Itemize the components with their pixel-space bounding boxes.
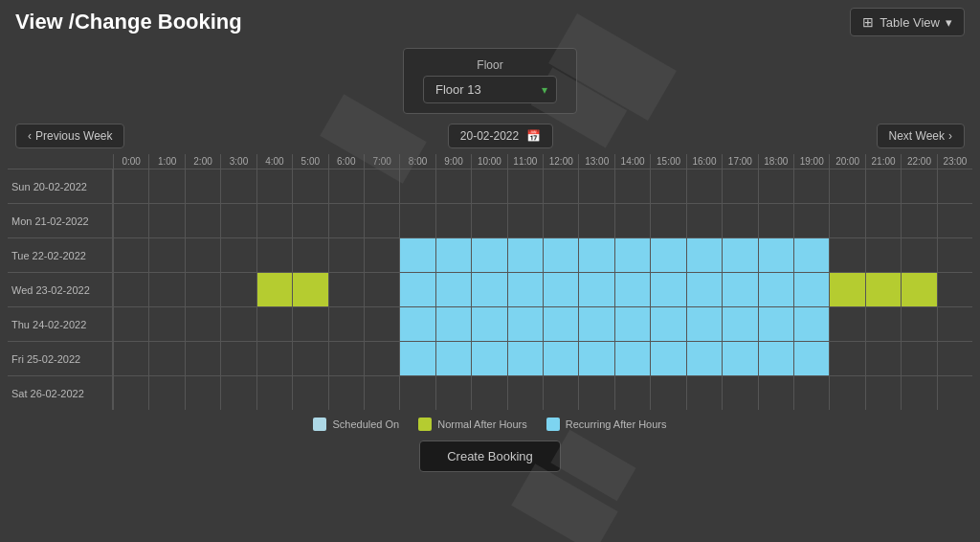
calendar-cell[interactable] <box>793 273 829 306</box>
calendar-cell[interactable] <box>722 273 757 306</box>
calendar-cell[interactable] <box>793 342 829 375</box>
calendar-cell[interactable] <box>722 238 757 272</box>
calendar-cell <box>758 376 793 410</box>
calendar-cell[interactable] <box>507 342 543 375</box>
calendar-cell <box>113 376 148 410</box>
legend: Scheduled On Normal After Hours Recurrin… <box>0 410 980 437</box>
calendar-cell[interactable] <box>543 273 578 306</box>
calendar-cell <box>937 342 972 375</box>
calendar-cell <box>471 204 506 237</box>
calendar-cell[interactable] <box>722 342 757 375</box>
calendar-cell[interactable] <box>614 238 650 272</box>
time-header-cell: 9:00 <box>435 154 471 169</box>
chevron-left-icon: ‹ <box>28 129 32 143</box>
calendar-cell <box>185 273 220 306</box>
calendar-cell <box>829 204 864 237</box>
calendar-cell[interactable] <box>650 307 685 341</box>
calendar-cell <box>148 238 184 272</box>
calendar-cell[interactable] <box>614 307 650 341</box>
time-header-cell: 22:00 <box>901 154 936 169</box>
calendar-cell <box>256 376 292 410</box>
calendar-cell <box>364 273 399 306</box>
row-label: Sun 20-02-2022 <box>8 169 113 203</box>
calendar-cell <box>328 204 364 237</box>
calendar-cell[interactable] <box>471 307 506 341</box>
calendar-cell[interactable] <box>650 273 685 306</box>
calendar-cell[interactable] <box>292 273 327 306</box>
calendar-cell[interactable] <box>543 307 578 341</box>
calendar-cell <box>220 238 256 272</box>
calendar-cell[interactable] <box>793 238 829 272</box>
calendar-cell[interactable] <box>614 342 650 375</box>
calendar-cell <box>793 376 829 410</box>
calendar-cell[interactable] <box>471 342 506 375</box>
calendar-cell <box>328 273 364 306</box>
calendar-cell[interactable] <box>578 342 613 375</box>
time-header-cell: 8:00 <box>399 154 434 169</box>
calendar-cell[interactable] <box>435 307 471 341</box>
calendar-cell[interactable] <box>578 238 613 272</box>
current-date-text: 20-02-2022 <box>460 129 519 143</box>
calendar-cell[interactable] <box>435 342 471 375</box>
calendar-cell[interactable] <box>614 273 650 306</box>
calendar-cell[interactable] <box>758 273 793 306</box>
calendar-cell <box>507 204 543 237</box>
row-label: Wed 23-02-2022 <box>8 273 113 306</box>
time-header-cell: 7:00 <box>364 154 399 169</box>
calendar-cell[interactable] <box>758 307 793 341</box>
calendar-cell[interactable] <box>399 238 434 272</box>
previous-week-button[interactable]: ‹ Previous Week <box>15 124 124 148</box>
calendar-cell[interactable] <box>399 342 434 375</box>
calendar-cell[interactable] <box>901 273 936 306</box>
calendar-cell[interactable] <box>435 238 471 272</box>
calendar-cell[interactable] <box>650 342 685 375</box>
calendar-cell <box>256 307 292 341</box>
calendar-cell[interactable] <box>399 273 434 306</box>
table-row: Fri 25-02-2022 <box>8 341 972 375</box>
calendar-cell[interactable] <box>686 307 722 341</box>
calendar-cell[interactable] <box>686 273 722 306</box>
calendar-cell[interactable] <box>686 238 722 272</box>
time-header-cell: 16:00 <box>686 154 722 169</box>
calendar-cell[interactable] <box>507 238 543 272</box>
calendar-cell[interactable] <box>829 273 864 306</box>
calendar-cell[interactable] <box>256 273 292 306</box>
create-booking-button[interactable]: Create Booking <box>419 440 561 472</box>
calendar-cell[interactable] <box>543 342 578 375</box>
calendar-cell <box>113 204 148 237</box>
calendar-cell <box>220 273 256 306</box>
next-week-button[interactable]: Next Week › <box>877 124 965 148</box>
calendar-cell[interactable] <box>650 238 685 272</box>
calendar-cell[interactable] <box>471 273 506 306</box>
calendar-cell <box>901 342 936 375</box>
calendar-cell[interactable] <box>758 342 793 375</box>
calendar-cell[interactable] <box>507 273 543 306</box>
time-header-cell: 20:00 <box>829 154 864 169</box>
calendar-cell <box>435 204 471 237</box>
calendar-cell <box>578 169 613 203</box>
calendar-cell[interactable] <box>686 342 722 375</box>
calendar-cell[interactable] <box>758 238 793 272</box>
calendar-cell[interactable] <box>543 238 578 272</box>
calendar-cell[interactable] <box>435 273 471 306</box>
calendar-cell[interactable] <box>399 307 434 341</box>
calendar-cell <box>292 169 327 203</box>
legend-scheduled-box <box>313 418 326 431</box>
floor-select[interactable]: Floor 13 Floor 1 Floor 2 Floor 14 <box>423 76 557 103</box>
calendar-cell <box>220 169 256 203</box>
calendar-cell[interactable] <box>722 307 757 341</box>
calendar-cell <box>292 238 327 272</box>
table-view-button[interactable]: ⊞ Table View ▾ <box>850 8 965 36</box>
chevron-down-icon: ▾ <box>946 15 952 30</box>
calendar-cell <box>399 204 434 237</box>
calendar-cell[interactable] <box>865 273 901 306</box>
calendar-cell[interactable] <box>578 307 613 341</box>
calendar-cell[interactable] <box>793 307 829 341</box>
calendar-cell[interactable] <box>471 238 506 272</box>
time-header-cell: 4:00 <box>256 154 292 169</box>
calendar-cell[interactable] <box>507 307 543 341</box>
current-date-display[interactable]: 20-02-2022 📅 <box>448 124 553 148</box>
calendar-cell[interactable] <box>578 273 613 306</box>
row-cells <box>113 307 972 341</box>
calendar-cell <box>722 204 757 237</box>
